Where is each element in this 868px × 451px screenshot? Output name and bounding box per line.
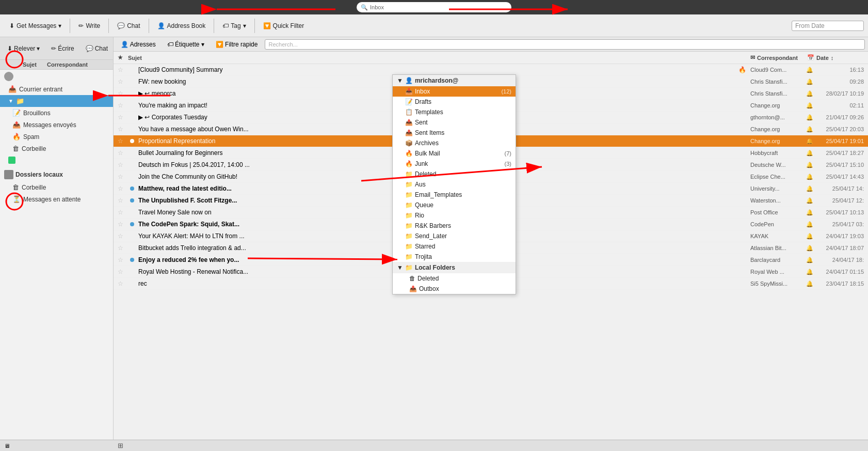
sidebar-item-corbeille-local[interactable]: 🗑 Corbeille — [0, 181, 113, 193]
star-13[interactable]: ☆ — [118, 209, 126, 216]
unread-dot-14 — [130, 222, 134, 226]
folder-item-templates[interactable]: 📋 Templates — [393, 107, 516, 117]
star-6[interactable]: ☆ — [118, 126, 126, 133]
calendar-icon: 📅 — [807, 54, 814, 61]
unread-dot-17 — [130, 258, 134, 262]
tag-button[interactable]: 🏷 Tag ▾ — [217, 20, 251, 32]
trash-local-icon: 🗑 — [12, 183, 19, 191]
quick-filter-button[interactable]: 🔽 Quick Filter — [258, 20, 310, 32]
screen-icon: 🖥 — [4, 443, 10, 449]
star-2[interactable]: ☆ — [118, 78, 126, 85]
folder-item-trojita[interactable]: 📁 Trojita — [393, 252, 516, 262]
adresses-button[interactable]: 👤 Adresses — [117, 40, 160, 49]
star-19[interactable]: ☆ — [118, 280, 126, 287]
folder-item-rk-barbers[interactable]: 📁 R&K Barbers — [393, 221, 516, 231]
sidebar-item-brouillons[interactable]: 📝 Brouillons — [0, 107, 113, 119]
date-15: 24/04/17 19:03 — [817, 233, 864, 239]
from-15: KAYAK — [750, 233, 802, 239]
star-16[interactable]: ☆ — [118, 244, 126, 252]
star-9[interactable]: ☆ — [118, 161, 126, 168]
ecrire-button[interactable]: ✏ Écrire — [46, 42, 79, 55]
fr-search-box[interactable]: Recherch... — [265, 39, 865, 50]
folder-item-lf-outbox[interactable]: 📤 Outbox — [393, 284, 516, 294]
folder-dropdown: ▼ 👤 mrichardson@ 📥 Inbox (12)📝 Drafts 📋 … — [392, 74, 516, 294]
star-3[interactable]: ☆ — [118, 90, 126, 97]
sent-icon: 📤 — [12, 121, 21, 129]
folder-item-lf-deleted[interactable]: 🗑 Deleted — [393, 273, 516, 284]
from-16: Atlassian Bit... — [750, 245, 802, 251]
filtre-button[interactable]: 🔽 Filtre rapide — [212, 40, 262, 49]
content-area: ⬇ Relever ▾ ✏ Écrire 💬 Chat Sujet Corr — [0, 37, 868, 451]
star-4[interactable]: ☆ — [118, 102, 126, 109]
star-7[interactable]: ☆ — [118, 137, 126, 145]
folder-item-email-templates[interactable]: 📁 Email_Templates — [393, 190, 516, 200]
folder-item-drafts[interactable]: 📝 Drafts — [393, 97, 516, 107]
search-icon: 🔍 — [361, 4, 368, 11]
folder-item-inbox[interactable]: 📥 Inbox (12) — [393, 86, 516, 97]
avatar — [4, 72, 13, 81]
top-search[interactable]: 🔍 Inbox — [357, 2, 511, 12]
star-1[interactable]: ☆ — [118, 66, 126, 73]
star-10[interactable]: ☆ — [118, 173, 126, 180]
status-bar-right: ⊞ — [114, 440, 868, 451]
sidebar-account[interactable] — [0, 70, 113, 83]
folder-account-icon: 👤 — [405, 77, 413, 84]
star-5[interactable]: ☆ — [118, 114, 126, 121]
date-11: 25/04/17 14: — [817, 185, 864, 192]
star-17[interactable]: ☆ — [118, 256, 126, 263]
from-4: Change.org — [750, 102, 802, 108]
write-button[interactable]: ✏ Write — [73, 20, 105, 32]
address-book-button[interactable]: 👤 Address Book — [152, 20, 211, 32]
star-12[interactable]: ☆ — [118, 197, 126, 204]
folder-item-rio[interactable]: 📁 Rio — [393, 210, 516, 221]
folder-item-aus[interactable]: 📁 Aus — [393, 179, 516, 190]
etiquette-button[interactable]: 🏷 Étiquette ▾ — [163, 40, 208, 49]
folder-icon-sent-items: 📤 — [405, 129, 413, 136]
star-15[interactable]: ☆ — [118, 232, 126, 240]
sidebar-item-messages-envoyes[interactable]: 📤 Messages envoyés — [0, 119, 113, 131]
folder-item-bulk-mail[interactable]: 🔥 Bulk Mail (7) — [393, 148, 516, 159]
sidebar-item-courrier-entrant[interactable]: 📥 Courrier entrant — [0, 83, 113, 95]
folder-item-sent-items[interactable]: 📤 Sent Items — [393, 128, 516, 138]
sidebar-item-spam[interactable]: 🔥 Spam — [0, 131, 113, 143]
from-date-field[interactable]: From Date — [792, 21, 864, 31]
star-14[interactable]: ☆ — [118, 221, 126, 228]
get-messages-button[interactable]: ⬇ Get Messages ▾ — [4, 20, 67, 32]
global-toolbar: ⬇ Get Messages ▾ ✏ Write 💬 Chat 👤 Addres… — [0, 14, 868, 37]
bell-12: 🔔 — [806, 197, 813, 204]
local-folders-header[interactable]: Dossiers locaux — [0, 168, 113, 181]
folder-label-aus: Aus — [415, 181, 511, 188]
folder-item-queue[interactable]: 📁 Queue — [393, 200, 516, 210]
date-8: 25/04/17 18:27 — [817, 150, 864, 156]
chat-button-fr[interactable]: 💬 Chat — [81, 42, 113, 55]
toolbar-separator-2 — [108, 19, 109, 33]
date-3: 28/02/17 10:19 — [817, 90, 864, 97]
subject-header: Sujet — [128, 55, 750, 61]
filter2-icon: 🔽 — [216, 41, 223, 48]
folder-item-archives[interactable]: 📦 Archives — [393, 138, 516, 148]
folder-item-deleted[interactable]: 📁 Deleted — [393, 169, 516, 179]
folder-account-header[interactable]: ▼ 👤 mrichardson@ — [393, 75, 516, 86]
star-18[interactable]: ☆ — [118, 268, 126, 275]
folder-item-starred[interactable]: 📁 Starred — [393, 241, 516, 252]
star-8[interactable]: ☆ — [118, 149, 126, 157]
chat-button-global[interactable]: 💬 Chat — [112, 20, 145, 32]
bell-5: 🔔 — [806, 114, 813, 121]
restore-icon: ⊞ — [118, 442, 123, 449]
date-16: 24/04/17 18:07 — [817, 245, 864, 251]
folder-account-label: mrichardson@ — [415, 77, 458, 84]
sidebar-item-active[interactable]: ▼ 📁 — [0, 95, 113, 107]
sidebar-item-corbeille[interactable]: 🗑 Corbeille — [0, 143, 113, 154]
folder-item-junk[interactable]: 🔥 Junk (3) — [393, 159, 516, 169]
trash-icon: 🗑 — [12, 145, 19, 152]
folder-item-send-later[interactable]: 📁 Send_Later — [393, 231, 516, 241]
date-1: 16:13 — [817, 67, 864, 73]
star-11[interactable]: ☆ — [118, 185, 126, 192]
relever-button[interactable]: ⬇ Relever ▾ — [2, 42, 45, 55]
sidebar-item-messages-attente[interactable]: ⏳ Messages en attente — [0, 193, 113, 205]
date-9: 25/04/17 15:10 — [817, 162, 864, 168]
folder-item-sent[interactable]: 📤 Sent — [393, 117, 516, 128]
bell-3: 🔔 — [806, 90, 813, 97]
spam-icon: 🔥 — [12, 133, 21, 141]
local-folders-section-header[interactable]: ▼ 📁 Local Folders — [393, 262, 516, 273]
